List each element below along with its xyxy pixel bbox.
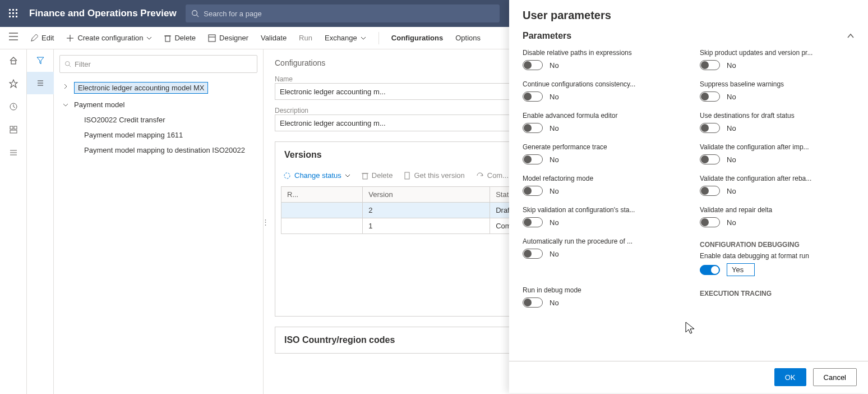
- svg-rect-18: [209, 35, 215, 42]
- svg-point-9: [192, 11, 197, 16]
- get-version-button: Get this version: [404, 171, 464, 180]
- column-header[interactable]: Version: [363, 187, 490, 203]
- designer-button[interactable]: Designer: [208, 34, 248, 42]
- parameter: Skip product updates and version pr...No: [700, 49, 855, 70]
- toggle[interactable]: [700, 217, 720, 227]
- chevron-down-icon: [361, 35, 366, 41]
- svg-rect-5: [16, 12, 17, 14]
- version-delete-button: Delete: [362, 171, 393, 180]
- recent-icon[interactable]: [9, 102, 18, 113]
- user-parameters-panel: User parameters Parameters Disable relat…: [509, 0, 868, 393]
- toggle[interactable]: [523, 60, 543, 70]
- toggle[interactable]: [523, 91, 543, 102]
- search-input[interactable]: Search for a page: [186, 4, 500, 22]
- tree-node[interactable]: Payment model mapping 1611: [59, 127, 257, 143]
- filter-input[interactable]: Filter: [59, 55, 257, 73]
- svg-rect-7: [12, 16, 14, 17]
- exchange-button[interactable]: Exchange: [325, 34, 366, 42]
- edit-button[interactable]: Edit: [30, 34, 54, 42]
- options-tab[interactable]: Options: [455, 34, 481, 42]
- parameter: Automatically run the procedure of ...No: [523, 237, 677, 276]
- chevron-down-icon: [345, 173, 350, 178]
- toggle[interactable]: [700, 123, 720, 133]
- svg-rect-25: [10, 130, 17, 133]
- flyout-title: User parameters: [523, 9, 855, 22]
- compare-button: Com...: [476, 171, 509, 180]
- chevron-down-icon: [146, 35, 152, 41]
- svg-rect-38: [405, 172, 409, 179]
- parameter: Run in debug modeNo: [523, 286, 677, 308]
- toggle[interactable]: [523, 297, 543, 308]
- filter-toggle[interactable]: [27, 49, 54, 72]
- parameter: Skip validation at configuration's sta..…: [523, 206, 677, 227]
- toggle[interactable]: [523, 123, 543, 133]
- left-nav-rail: [0, 49, 27, 394]
- svg-rect-8: [16, 16, 17, 17]
- svg-rect-20: [11, 61, 16, 64]
- tree-node[interactable]: Electronic ledger accounting model MX: [59, 79, 257, 97]
- app-title: Finance and Operations Preview: [29, 8, 177, 19]
- toggle[interactable]: [523, 154, 543, 164]
- chevron-right-icon: [63, 84, 68, 89]
- tree-node[interactable]: ISO20022 Credit transfer: [59, 112, 257, 127]
- svg-rect-2: [16, 9, 17, 11]
- toggle[interactable]: [700, 60, 720, 70]
- parameter: Suppress baseline warningsNo: [700, 80, 855, 102]
- tree-node[interactable]: Payment model: [59, 97, 257, 112]
- svg-marker-21: [10, 80, 17, 88]
- chevron-down-icon: [63, 102, 68, 108]
- parameter: Generate performance traceNo: [523, 143, 677, 164]
- parameter: Enable advanced formula editorNo: [523, 112, 677, 133]
- svg-rect-0: [9, 9, 11, 11]
- run-button: Run: [299, 34, 312, 42]
- cancel-button[interactable]: Cancel: [813, 368, 857, 386]
- svg-rect-6: [9, 16, 11, 17]
- change-status-button[interactable]: Change status: [283, 171, 350, 180]
- parameter: Use destinations for draft statusNo: [700, 112, 855, 133]
- svg-rect-24: [14, 126, 17, 129]
- svg-rect-16: [165, 36, 170, 42]
- toggle[interactable]: [700, 154, 720, 164]
- configurations-tab[interactable]: Configurations: [391, 34, 443, 42]
- create-configuration-button[interactable]: Create configuration: [66, 34, 152, 42]
- workspaces-icon[interactable]: [9, 125, 18, 136]
- svg-point-35: [284, 173, 290, 178]
- chevron-up-icon[interactable]: [847, 32, 855, 40]
- list-toggle[interactable]: [27, 72, 54, 94]
- search-placeholder: Search for a page: [204, 10, 261, 18]
- favorite-icon[interactable]: [9, 79, 18, 90]
- toggle[interactable]: [700, 91, 720, 102]
- tree-panel: Filter Electronic ledger accounting mode…: [27, 49, 264, 394]
- parameter: Enable data debugging at format runYes: [700, 252, 855, 276]
- parameter: Disable relative paths in expressionsNo: [523, 49, 677, 70]
- config-debugging-header: CONFIGURATION DEBUGGING: [700, 241, 855, 249]
- toggle[interactable]: [523, 186, 543, 196]
- toggle[interactable]: [700, 186, 720, 196]
- svg-point-33: [66, 62, 70, 66]
- svg-line-34: [69, 65, 71, 67]
- toggle[interactable]: [700, 265, 720, 275]
- waffle-icon[interactable]: [4, 4, 22, 22]
- modules-icon[interactable]: [9, 148, 18, 159]
- home-icon[interactable]: [9, 56, 18, 67]
- column-header[interactable]: R...: [281, 187, 363, 203]
- svg-rect-36: [363, 173, 367, 179]
- parameter: Validate the configuration after reba...…: [700, 175, 855, 196]
- svg-rect-1: [12, 9, 14, 11]
- parameter: Model refactoring modeNo: [523, 175, 677, 196]
- ok-button[interactable]: OK: [774, 368, 806, 386]
- delete-button[interactable]: Delete: [164, 34, 196, 42]
- validate-button[interactable]: Validate: [261, 34, 287, 42]
- parameter: Continue configurations consistency...No: [523, 80, 677, 102]
- toggle[interactable]: [523, 217, 543, 227]
- hamburger-icon[interactable]: [9, 33, 18, 42]
- svg-line-10: [197, 15, 199, 17]
- execution-tracing-header: EXECUTION TRACING: [700, 290, 855, 304]
- svg-rect-23: [10, 126, 13, 129]
- svg-rect-4: [12, 12, 14, 14]
- toggle[interactable]: [523, 249, 543, 259]
- svg-rect-3: [9, 12, 11, 14]
- parameter: Validate and repair deltaNo: [700, 206, 855, 227]
- tree-node[interactable]: Payment model mapping to destination ISO…: [59, 143, 257, 158]
- parameters-group-title: Parameters: [523, 31, 571, 41]
